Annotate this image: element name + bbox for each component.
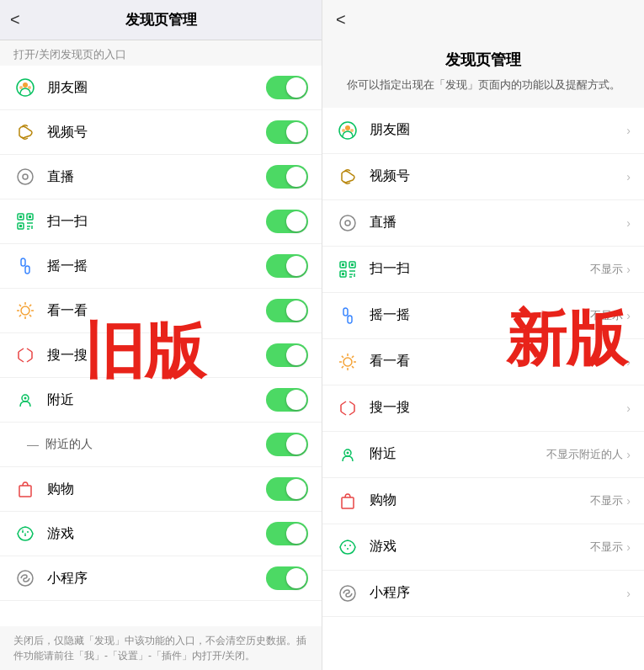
right-menu-list: 朋友圈 › 视频号 › [322, 108, 644, 670]
item-status: 不显示 [590, 540, 623, 555]
chevron-right-icon: › [626, 216, 631, 230]
yaoyiyao-icon [336, 304, 359, 327]
chevron-right-icon: › [626, 448, 631, 461]
list-item[interactable]: 搜一搜 › [322, 386, 644, 432]
list-item[interactable]: 购物 不显示 › [322, 478, 644, 524]
svg-point-4 [18, 169, 33, 184]
left-panel: < 发现页管理 打开/关闭发现页的入口 朋友圈 [0, 0, 322, 670]
list-item[interactable]: 小程序 [0, 556, 322, 601]
right-back-button[interactable]: < [336, 10, 346, 29]
list-item[interactable]: 扫一扫 不显示 › [322, 247, 644, 293]
svg-line-70 [349, 401, 354, 405]
list-item[interactable]: 看一看 › [322, 339, 644, 386]
item-label: 搜一搜 [370, 399, 623, 417]
list-item[interactable]: 视频号 [0, 110, 322, 155]
right-header: < [322, 0, 644, 40]
svg-line-69 [341, 401, 346, 405]
list-item[interactable]: 小程序 › [322, 571, 644, 617]
list-item[interactable]: 附近 [0, 378, 322, 423]
toggle-xiaochengxu[interactable] [266, 566, 308, 590]
list-item[interactable]: 直播 › [322, 200, 644, 247]
pengyouquan-icon [13, 76, 37, 99]
right-title: 发现页管理 [343, 50, 624, 70]
item-label: 附近 [47, 391, 266, 409]
item-label: 游戏 [47, 525, 266, 543]
item-label: 看一看 [47, 302, 266, 320]
item-label: 游戏 [370, 538, 590, 556]
item-status: 不显示 [590, 308, 623, 323]
chevron-right-icon: › [626, 309, 631, 322]
fujin-icon [13, 388, 37, 412]
shipinhao-icon [13, 120, 37, 144]
toggle-sousuosou[interactable] [266, 343, 308, 367]
svg-point-80 [347, 548, 349, 550]
item-label: 购物 [47, 481, 266, 498]
svg-line-26 [19, 315, 21, 316]
footer-note: 关闭后，仅隐藏「发现」中该功能的入口，不会清空历史数据。插件功能请前往「我」-「… [0, 626, 322, 670]
list-item[interactable]: 朋友圈 › [322, 108, 644, 154]
toggle-yaoyiyao[interactable] [266, 254, 308, 278]
gouwu-icon [13, 477, 37, 501]
xiaochengxu-icon [13, 566, 37, 590]
item-label: 小程序 [47, 570, 266, 588]
chevron-right-icon: › [626, 540, 631, 554]
toggle-kanyikan[interactable] [266, 299, 308, 322]
list-item[interactable]: 购物 [0, 467, 322, 512]
svg-point-5 [23, 174, 28, 179]
list-item[interactable]: — 附近的人 [0, 423, 322, 467]
toggle-shipinhao[interactable] [266, 120, 308, 144]
list-item[interactable]: 游戏 [0, 512, 322, 556]
list-item[interactable]: 游戏 不显示 › [322, 524, 644, 571]
svg-point-45 [350, 129, 354, 132]
list-item[interactable]: 摇一摇 不显示 › [322, 293, 644, 339]
svg-rect-51 [342, 263, 344, 266]
list-item[interactable]: 视频号 › [322, 154, 644, 200]
item-status: 不显示 [590, 262, 623, 277]
item-label: 直播 [370, 214, 623, 231]
svg-point-60 [343, 358, 352, 366]
svg-rect-16 [21, 258, 25, 266]
item-label: 朋友圈 [370, 121, 623, 139]
list-item[interactable]: 附近 不显示附近的人 › [322, 432, 644, 478]
pengyouquan-icon [336, 119, 359, 142]
svg-rect-9 [19, 215, 22, 218]
svg-point-1 [23, 82, 28, 88]
toggle-gouwu[interactable] [266, 477, 308, 501]
svg-point-34 [24, 397, 27, 400]
chevron-right-icon: › [626, 587, 631, 600]
list-item[interactable]: 扫一扫 [0, 199, 322, 244]
saoyisao-icon [13, 210, 37, 233]
zhibo-icon [336, 211, 359, 235]
svg-line-67 [352, 356, 354, 358]
toggle-saoyisao[interactable] [266, 210, 308, 233]
list-item[interactable]: 看一看 [0, 289, 322, 333]
youxi-icon [336, 535, 359, 559]
svg-point-46 [340, 215, 355, 231]
svg-line-30 [27, 359, 32, 362]
list-item[interactable]: 摇一摇 [0, 244, 322, 289]
left-back-button[interactable]: < [10, 10, 20, 29]
list-item[interactable]: 朋友圈 [0, 66, 322, 110]
chevron-right-icon: › [626, 355, 631, 369]
toggle-zhibo[interactable] [266, 165, 308, 189]
item-label: 购物 [370, 492, 590, 509]
item-label: 摇一摇 [47, 258, 266, 275]
toggle-fujin[interactable] [266, 388, 308, 412]
list-item[interactable]: 直播 [0, 155, 322, 199]
svg-point-47 [345, 221, 350, 226]
kanyikan-icon [336, 350, 359, 374]
item-label: 附近的人 [45, 437, 266, 452]
svg-line-65 [342, 356, 343, 358]
gouwu-icon [336, 489, 359, 513]
toggle-youxi[interactable] [266, 522, 308, 545]
chevron-right-icon: › [626, 401, 631, 415]
svg-point-78 [344, 545, 346, 546]
toggle-fujinderen[interactable] [266, 433, 308, 456]
svg-point-79 [349, 545, 351, 546]
svg-point-37 [27, 531, 29, 533]
toggle-pengyouquan[interactable] [266, 76, 308, 99]
svg-line-68 [342, 366, 343, 368]
item-label: 小程序 [370, 584, 623, 602]
svg-line-24 [29, 315, 31, 316]
list-item[interactable]: 搜一搜 [0, 333, 322, 378]
